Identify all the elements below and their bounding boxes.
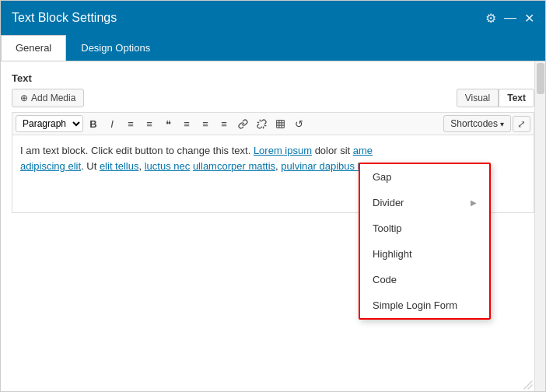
text-block-settings-dialog: Text Block Settings ⚙ — ✕ General Design… [0, 0, 546, 392]
unlink-button[interactable] [253, 115, 270, 132]
bold-button[interactable]: B [85, 115, 102, 132]
minimize-icon[interactable]: — [504, 11, 516, 25]
add-media-button[interactable]: ⊕ Add Media [12, 89, 84, 107]
dialog-title: Text Block Settings [12, 11, 117, 25]
text-button[interactable]: Text [499, 89, 534, 107]
resize-handle[interactable] [522, 379, 533, 390]
amet-link[interactable]: ame [353, 145, 373, 156]
scrollbar-thumb[interactable] [537, 63, 544, 94]
unordered-list-button[interactable]: ≡ [122, 115, 139, 132]
visual-button[interactable]: Visual [457, 89, 499, 107]
add-media-icon: ⊕ [20, 93, 28, 103]
shortcodes-label: Shortcodes [450, 118, 498, 129]
dropdown-item-simple-login-form[interactable]: Simple Login Form [360, 292, 489, 318]
align-left-button[interactable]: ≡ [178, 115, 195, 132]
tab-design-options[interactable]: Design Options [66, 35, 165, 61]
table-button[interactable] [271, 115, 289, 132]
pulvinar-link[interactable]: pulvinar dapibus leo [281, 160, 371, 172]
ordered-list-button[interactable]: ≡ [141, 115, 158, 132]
expand-button[interactable]: ⤢ [513, 116, 530, 132]
close-icon[interactable]: ✕ [524, 11, 534, 26]
dropdown-item-gap[interactable]: Gap [360, 164, 489, 190]
refresh-button[interactable]: ↺ [290, 115, 307, 132]
dropdown-item-divider[interactable]: Divider ▶ [360, 190, 489, 215]
view-toggle: Visual Text [457, 89, 534, 107]
editor-toolbar: Paragraph B I ≡ ≡ ❝ ≡ ≡ ≡ ↺ Shortcodes ▾ [12, 112, 534, 135]
submenu-arrow-icon: ▶ [471, 198, 477, 207]
dropdown-item-highlight[interactable]: Highlight [360, 241, 489, 267]
dropdown-item-tooltip[interactable]: Tooltip [360, 215, 489, 241]
gear-icon[interactable]: ⚙ [485, 11, 496, 26]
add-media-bar: ⊕ Add Media Visual Text [12, 89, 534, 107]
tabs-bar: General Design Options [1, 35, 545, 61]
expand-icon: ⤢ [517, 118, 526, 130]
italic-button[interactable]: I [103, 115, 121, 132]
link-button[interactable] [234, 115, 251, 132]
align-center-button[interactable]: ≡ [197, 115, 214, 132]
dropdown-item-code[interactable]: Code [360, 267, 489, 292]
content-area: Text ⊕ Add Media Visual Text Paragraph B… [1, 61, 545, 391]
shortcodes-arrow-icon: ▾ [500, 120, 504, 128]
blockquote-button[interactable]: ❝ [159, 115, 177, 132]
elit-link[interactable]: elit tellus [100, 160, 139, 172]
shortcodes-button[interactable]: Shortcodes ▾ [443, 115, 511, 132]
align-right-button[interactable]: ≡ [215, 115, 233, 132]
adipiscing-link[interactable]: adipiscing elit [20, 160, 81, 172]
format-select[interactable]: Paragraph [16, 115, 83, 132]
lorem-link[interactable]: Lorem ipsum [254, 145, 312, 156]
header-controls: ⚙ — ✕ [485, 11, 534, 26]
text-field-label: Text [12, 72, 534, 84]
luctus-link[interactable]: luctus nec [145, 160, 191, 172]
tab-general[interactable]: General [1, 35, 66, 61]
scrollbar[interactable] [534, 61, 545, 391]
shortcodes-dropdown: Gap Divider ▶ Tooltip Highlight Code Sim… [359, 163, 491, 320]
dialog-header: Text Block Settings ⚙ — ✕ [1, 1, 545, 35]
ullamcorper-link[interactable]: ullamcorper mattis [193, 160, 275, 172]
svg-rect-4 [276, 120, 284, 128]
